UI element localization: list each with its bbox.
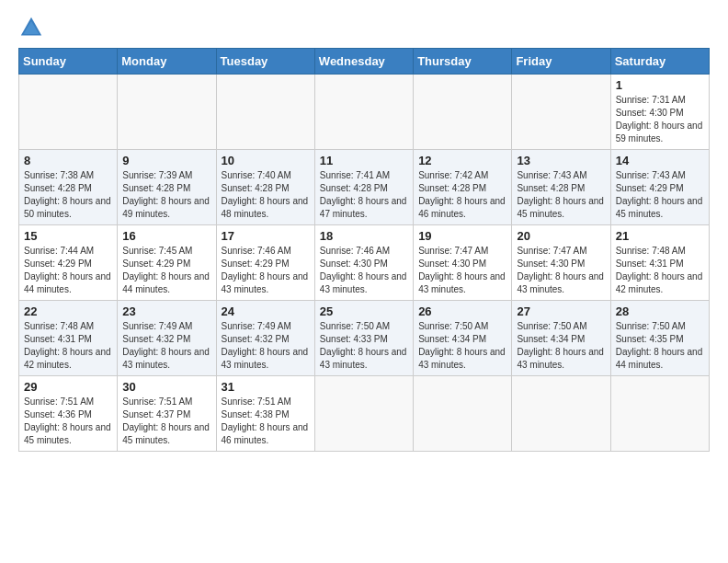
calendar-cell (610, 376, 709, 452)
daylight-text: Daylight: 8 hours and 43 minutes. (517, 346, 605, 372)
daylight-text: Daylight: 8 hours and 43 minutes. (222, 270, 310, 296)
day-info: Sunrise: 7:47 AM Sunset: 4:30 PM Dayligh… (418, 245, 506, 296)
day-number: 31 (222, 380, 310, 394)
day-info: Sunrise: 7:46 AM Sunset: 4:29 PM Dayligh… (222, 245, 310, 296)
day-info: Sunrise: 7:47 AM Sunset: 4:30 PM Dayligh… (517, 245, 605, 296)
calendar-week-row: 29 Sunrise: 7:51 AM Sunset: 4:36 PM Dayl… (19, 376, 710, 452)
sunrise-text: Sunrise: 7:41 AM (320, 169, 408, 182)
sunset-text: Sunset: 4:28 PM (24, 182, 112, 195)
day-info: Sunrise: 7:43 AM Sunset: 4:28 PM Dayligh… (517, 169, 605, 221)
sunrise-text: Sunrise: 7:48 AM (616, 245, 704, 258)
daylight-text: Daylight: 8 hours and 45 minutes. (616, 195, 704, 221)
sunset-text: Sunset: 4:29 PM (24, 258, 112, 270)
sunset-text: Sunset: 4:29 PM (222, 258, 310, 270)
calendar-cell: 12 Sunrise: 7:42 AM Sunset: 4:28 PM Dayl… (414, 150, 512, 225)
day-number: 24 (222, 304, 310, 318)
sunset-text: Sunset: 4:28 PM (222, 182, 310, 195)
calendar-cell: 1 Sunrise: 7:31 AM Sunset: 4:30 PM Dayli… (610, 75, 709, 150)
day-number: 12 (418, 154, 506, 167)
calendar-cell: 25 Sunrise: 7:50 AM Sunset: 4:33 PM Dayl… (314, 301, 413, 376)
day-info: Sunrise: 7:51 AM Sunset: 4:37 PM Dayligh… (122, 396, 210, 447)
daylight-text: Daylight: 8 hours and 43 minutes. (320, 346, 408, 372)
calendar-week-row: 8 Sunrise: 7:38 AM Sunset: 4:28 PM Dayli… (19, 150, 710, 225)
day-number: 11 (320, 154, 408, 167)
sunset-text: Sunset: 4:32 PM (222, 333, 310, 346)
calendar-cell: 11 Sunrise: 7:41 AM Sunset: 4:28 PM Dayl… (314, 150, 413, 225)
sunrise-text: Sunrise: 7:47 AM (418, 245, 506, 258)
sunset-text: Sunset: 4:30 PM (616, 107, 704, 120)
calendar-cell: 15 Sunrise: 7:44 AM Sunset: 4:29 PM Dayl… (19, 225, 118, 301)
daylight-text: Daylight: 8 hours and 50 minutes. (24, 195, 112, 221)
daylight-text: Daylight: 8 hours and 44 minutes. (616, 346, 704, 372)
sunrise-text: Sunrise: 7:40 AM (222, 169, 310, 182)
sunrise-text: Sunrise: 7:42 AM (418, 169, 506, 182)
day-info: Sunrise: 7:49 AM Sunset: 4:32 PM Dayligh… (122, 320, 210, 372)
calendar-cell: 9 Sunrise: 7:39 AM Sunset: 4:28 PM Dayli… (118, 150, 216, 225)
sunset-text: Sunset: 4:28 PM (517, 182, 605, 195)
sunset-text: Sunset: 4:36 PM (24, 408, 112, 421)
calendar-cell: 30 Sunrise: 7:51 AM Sunset: 4:37 PM Dayl… (118, 376, 216, 452)
day-number: 22 (24, 304, 112, 318)
sunset-text: Sunset: 4:30 PM (320, 258, 408, 270)
calendar-cell: 17 Sunrise: 7:46 AM Sunset: 4:29 PM Dayl… (216, 225, 314, 301)
day-info: Sunrise: 7:49 AM Sunset: 4:32 PM Dayligh… (222, 320, 310, 372)
daylight-text: Daylight: 8 hours and 46 minutes. (418, 195, 506, 221)
daylight-text: Daylight: 8 hours and 42 minutes. (24, 346, 112, 372)
day-info: Sunrise: 7:51 AM Sunset: 4:36 PM Dayligh… (24, 396, 112, 447)
day-number: 20 (517, 229, 605, 243)
sunrise-text: Sunrise: 7:50 AM (517, 320, 605, 333)
sunrise-text: Sunrise: 7:43 AM (616, 169, 704, 182)
sunrise-text: Sunrise: 7:51 AM (24, 396, 112, 408)
weekday-header-friday: Friday (512, 49, 610, 75)
logo (18, 15, 48, 40)
daylight-text: Daylight: 8 hours and 42 minutes. (616, 270, 704, 296)
calendar-cell (19, 75, 118, 150)
calendar-cell: 19 Sunrise: 7:47 AM Sunset: 4:30 PM Dayl… (414, 225, 512, 301)
daylight-text: Daylight: 8 hours and 49 minutes. (122, 195, 210, 221)
day-info: Sunrise: 7:48 AM Sunset: 4:31 PM Dayligh… (616, 245, 704, 296)
day-info: Sunrise: 7:41 AM Sunset: 4:28 PM Dayligh… (320, 169, 408, 221)
calendar-cell: 26 Sunrise: 7:50 AM Sunset: 4:34 PM Dayl… (414, 301, 512, 376)
day-number: 26 (418, 304, 506, 318)
daylight-text: Daylight: 8 hours and 43 minutes. (222, 346, 310, 372)
day-info: Sunrise: 7:31 AM Sunset: 4:30 PM Dayligh… (616, 94, 704, 145)
sunset-text: Sunset: 4:38 PM (222, 408, 310, 421)
day-number: 27 (517, 304, 605, 318)
calendar-cell: 18 Sunrise: 7:46 AM Sunset: 4:30 PM Dayl… (314, 225, 413, 301)
sunrise-text: Sunrise: 7:50 AM (418, 320, 506, 333)
calendar-cell: 31 Sunrise: 7:51 AM Sunset: 4:38 PM Dayl… (216, 376, 314, 452)
daylight-text: Daylight: 8 hours and 43 minutes. (418, 270, 506, 296)
sunset-text: Sunset: 4:34 PM (517, 333, 605, 346)
weekday-header-sunday: Sunday (19, 49, 118, 75)
day-number: 16 (122, 229, 210, 243)
day-info: Sunrise: 7:40 AM Sunset: 4:28 PM Dayligh… (222, 169, 310, 221)
day-number: 29 (24, 380, 112, 394)
sunrise-text: Sunrise: 7:51 AM (222, 396, 310, 408)
sunset-text: Sunset: 4:32 PM (122, 333, 210, 346)
day-info: Sunrise: 7:50 AM Sunset: 4:34 PM Dayligh… (517, 320, 605, 372)
sunset-text: Sunset: 4:31 PM (24, 333, 112, 346)
day-number: 8 (24, 154, 112, 167)
daylight-text: Daylight: 8 hours and 45 minutes. (517, 195, 605, 221)
day-info: Sunrise: 7:46 AM Sunset: 4:30 PM Dayligh… (320, 245, 408, 296)
day-number: 10 (222, 154, 310, 167)
sunset-text: Sunset: 4:34 PM (418, 333, 506, 346)
daylight-text: Daylight: 8 hours and 43 minutes. (517, 270, 605, 296)
day-info: Sunrise: 7:51 AM Sunset: 4:38 PM Dayligh… (222, 396, 310, 447)
day-number: 9 (122, 154, 210, 167)
day-number: 25 (320, 304, 408, 318)
day-info: Sunrise: 7:45 AM Sunset: 4:29 PM Dayligh… (122, 245, 210, 296)
daylight-text: Daylight: 8 hours and 46 minutes. (222, 421, 310, 447)
sunrise-text: Sunrise: 7:31 AM (616, 94, 704, 107)
day-info: Sunrise: 7:48 AM Sunset: 4:31 PM Dayligh… (24, 320, 112, 372)
calendar-cell: 29 Sunrise: 7:51 AM Sunset: 4:36 PM Dayl… (19, 376, 118, 452)
sunrise-text: Sunrise: 7:48 AM (24, 320, 112, 333)
sunrise-text: Sunrise: 7:44 AM (24, 245, 112, 258)
page-header (18, 15, 710, 40)
calendar-cell (512, 75, 610, 150)
weekday-header-saturday: Saturday (610, 49, 709, 75)
day-number: 23 (122, 304, 210, 318)
day-number: 13 (517, 154, 605, 167)
weekday-header-wednesday: Wednesday (314, 49, 413, 75)
daylight-text: Daylight: 8 hours and 44 minutes. (122, 270, 210, 296)
